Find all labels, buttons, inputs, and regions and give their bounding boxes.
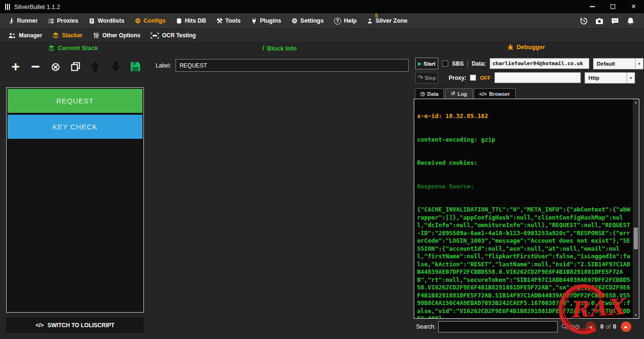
stack-block-request[interactable]: REQUEST: [7, 88, 143, 114]
step-button[interactable]: ↷ Step: [415, 72, 438, 84]
submenu-label: Other Options: [102, 32, 141, 39]
menu-item-configs[interactable]: ⚙ Configs: [130, 13, 171, 28]
proxy-type-dropdown[interactable]: Http ▾: [585, 72, 635, 84]
scroll-up-icon[interactable]: ▲: [633, 99, 639, 105]
move-down-button[interactable]: [109, 59, 123, 74]
switch-label: SWITCH TO LOLISCRIPT: [48, 322, 115, 329]
sbs-checkbox[interactable]: [442, 60, 448, 67]
block-label-input[interactable]: [176, 59, 409, 72]
tools-icon: ⚒: [217, 17, 223, 24]
settings-gear-icon: ⚙: [292, 17, 298, 24]
data-input[interactable]: [490, 58, 589, 69]
submenu-item-other-options[interactable]: Other Options: [88, 29, 146, 42]
block-label-row: Label:: [156, 59, 409, 72]
menu-item-proxies[interactable]: Proxies: [43, 13, 84, 28]
arrow-right-icon: ►: [624, 324, 628, 330]
proxy-status: OFF: [480, 75, 491, 81]
remove-block-button[interactable]: −: [28, 59, 42, 74]
disable-block-button[interactable]: ⊗: [49, 59, 63, 74]
debugger-log-viewer: x-e-id: 10.32.85.162 content-encoding: g…: [414, 99, 639, 319]
search-label: Search:: [416, 323, 435, 330]
previous-match-button[interactable]: ◄: [585, 322, 596, 332]
menu-label: Wordlists: [98, 17, 125, 24]
info-icon: i: [262, 44, 264, 52]
proxy-input[interactable]: [494, 72, 581, 83]
start-button[interactable]: ▶ Start: [415, 58, 438, 69]
separator: [468, 60, 468, 68]
menu-label: Settings: [301, 17, 324, 24]
menu-label: Hits DB: [185, 17, 206, 24]
chat-icon[interactable]: [611, 17, 619, 25]
menu-label: Tools: [225, 17, 240, 24]
log-line: Received cookies:: [417, 159, 631, 167]
book-icon: [89, 18, 95, 24]
sbs-label: SBS: [452, 60, 464, 67]
tab-log[interactable]: ↺ Log: [445, 88, 472, 99]
current-stack-title: Current Stack: [0, 44, 146, 51]
window-title: SilverBullet 1.1.2: [14, 3, 60, 10]
menu-item-help[interactable]: ? Help: [329, 13, 362, 28]
log-scrollbar[interactable]: ▲ ▼: [633, 99, 639, 318]
stack-block-keycheck[interactable]: KEY CHECK: [7, 114, 143, 140]
wordlist-type-dropdown[interactable]: Default ▾: [593, 58, 644, 69]
next-match-button[interactable]: ►: [621, 322, 631, 332]
menu-item-runner[interactable]: Runner: [3, 13, 43, 28]
log-search-bar: Search: GO ◄ 0 of 0 ►: [416, 321, 639, 333]
block-info-title: i Block Info: [151, 44, 408, 52]
log-line: x-e-id: 10.32.85.162: [417, 112, 631, 120]
camera-icon[interactable]: [595, 17, 603, 25]
plus-icon: +: [11, 59, 20, 74]
menu-label: Configs: [143, 17, 166, 24]
bell-icon[interactable]: [627, 17, 635, 25]
people-icon: [8, 33, 16, 39]
scroll-down-icon[interactable]: ▼: [633, 312, 639, 318]
label-caption: Label:: [156, 62, 171, 69]
data-tab-icon: ◷: [420, 91, 425, 97]
menu-label: Runner: [17, 17, 38, 24]
close-button[interactable]: ×: [623, 0, 644, 13]
proxy-checkbox[interactable]: [470, 75, 476, 81]
save-stack-button[interactable]: [128, 59, 142, 74]
arrow-up-icon: [90, 60, 101, 73]
browser-tab-icon: </>: [479, 91, 487, 97]
tab-data[interactable]: ◷ Data: [415, 88, 444, 99]
debugger-title: Debugger: [413, 43, 639, 51]
person-pin-icon: [367, 18, 373, 24]
titlebar: SilverBullet 1.1.2 ×: [0, 0, 644, 13]
clone-block-button[interactable]: [68, 59, 83, 74]
menu-item-silver-zone[interactable]: 5 Silver Zone: [362, 13, 412, 28]
menu-item-plugins[interactable]: Plugins: [246, 13, 286, 28]
arrow-down-icon: [110, 60, 121, 73]
submenu-item-stacker[interactable]: Stacker: [47, 29, 87, 42]
scrollbar-thumb[interactable]: [634, 228, 638, 249]
add-block-button[interactable]: +: [8, 59, 23, 74]
data-label: Data:: [472, 60, 486, 67]
menu-item-settings[interactable]: ⚙ Settings: [286, 13, 329, 28]
search-input[interactable]: [438, 321, 558, 332]
list-icon: [48, 18, 54, 24]
menu-item-hitsdb[interactable]: Hits DB: [171, 13, 211, 28]
app-logo-icon: [5, 4, 10, 10]
history-icon[interactable]: [580, 17, 588, 25]
menu-label: Silver Zone: [376, 17, 407, 24]
gear-icon: ⚙: [135, 17, 141, 24]
tab-browser[interactable]: </> Browser: [474, 88, 516, 99]
silver-zone-badge: 5: [375, 13, 378, 18]
menu-item-wordlists[interactable]: Wordlists: [84, 13, 130, 28]
block-stack-list: REQUEST KEY CHECK: [6, 87, 144, 313]
submenu-label: OCR Testing: [162, 32, 196, 39]
maximize-button[interactable]: [602, 0, 623, 13]
submenu-item-ocr-testing[interactable]: OCR Testing: [145, 29, 201, 42]
switch-to-loliscript-button[interactable]: </> SWITCH TO LOLISCRIPT: [6, 317, 144, 333]
move-up-button[interactable]: [88, 59, 102, 74]
debugger-row-2: ↷ Step Proxy: OFF Http ▾: [415, 72, 635, 84]
submenu-item-manager[interactable]: Manager: [3, 29, 47, 42]
minus-icon: −: [31, 59, 40, 74]
search-go-button[interactable]: GO: [561, 323, 579, 331]
play-icon: ▶: [418, 61, 422, 66]
log-line: Response Source:: [417, 183, 631, 191]
debugger-tabs: ◷ Data ↺ Log </> Browser: [415, 88, 516, 99]
menu-item-tools[interactable]: ⚒ Tools: [211, 13, 246, 28]
minimize-button[interactable]: [582, 0, 602, 13]
menubar-tools: [580, 17, 641, 25]
